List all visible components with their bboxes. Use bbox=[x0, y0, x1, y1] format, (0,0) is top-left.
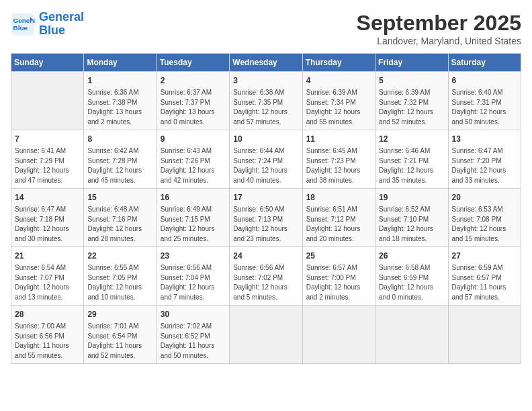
day-number: 25 bbox=[306, 250, 371, 262]
day-number: 27 bbox=[452, 250, 517, 262]
logo-text: GeneralBlue bbox=[39, 11, 84, 38]
calendar-cell bbox=[375, 306, 448, 364]
day-number: 6 bbox=[452, 75, 517, 87]
day-number: 17 bbox=[233, 191, 298, 203]
day-header-wednesday: Wednesday bbox=[230, 54, 302, 72]
cell-details: Sunrise: 6:46 AMSunset: 7:21 PMDaylight:… bbox=[379, 146, 444, 185]
calendar-cell: 8Sunrise: 6:42 AMSunset: 7:28 PMDaylight… bbox=[84, 130, 157, 189]
cell-details: Sunrise: 6:47 AMSunset: 7:18 PMDaylight:… bbox=[15, 205, 80, 244]
day-number: 5 bbox=[379, 75, 444, 87]
cell-details: Sunrise: 6:57 AMSunset: 7:00 PMDaylight:… bbox=[306, 263, 371, 302]
cell-details: Sunrise: 6:41 AMSunset: 7:29 PMDaylight:… bbox=[15, 146, 80, 185]
calendar-cell: 22Sunrise: 6:55 AMSunset: 7:05 PMDayligh… bbox=[84, 247, 157, 306]
calendar-cell: 15Sunrise: 6:48 AMSunset: 7:16 PMDayligh… bbox=[84, 189, 157, 247]
logo-icon: General Blue bbox=[11, 12, 35, 36]
calendar-cell: 26Sunrise: 6:58 AMSunset: 6:59 PMDayligh… bbox=[375, 247, 448, 306]
day-number: 4 bbox=[306, 75, 371, 87]
day-header-friday: Friday bbox=[375, 54, 448, 72]
day-number: 13 bbox=[452, 133, 517, 145]
cell-details: Sunrise: 6:55 AMSunset: 7:05 PMDaylight:… bbox=[87, 263, 152, 302]
day-number: 9 bbox=[161, 133, 226, 145]
day-header-saturday: Saturday bbox=[448, 54, 521, 72]
calendar-cell: 14Sunrise: 6:47 AMSunset: 7:18 PMDayligh… bbox=[11, 189, 84, 247]
calendar-cell: 21Sunrise: 6:54 AMSunset: 7:07 PMDayligh… bbox=[11, 247, 84, 306]
cell-details: Sunrise: 6:56 AMSunset: 7:04 PMDaylight:… bbox=[161, 263, 226, 302]
day-number: 22 bbox=[87, 250, 152, 262]
day-number: 1 bbox=[87, 75, 152, 87]
cell-details: Sunrise: 6:44 AMSunset: 7:24 PMDaylight:… bbox=[233, 146, 298, 185]
svg-text:Blue: Blue bbox=[13, 24, 28, 32]
calendar-cell: 27Sunrise: 6:59 AMSunset: 6:57 PMDayligh… bbox=[448, 247, 521, 306]
calendar-cell: 10Sunrise: 6:44 AMSunset: 7:24 PMDayligh… bbox=[230, 130, 302, 189]
day-number: 15 bbox=[87, 191, 152, 203]
calendar-cell: 6Sunrise: 6:40 AMSunset: 7:31 PMDaylight… bbox=[448, 72, 521, 130]
calendar-cell: 1Sunrise: 6:36 AMSunset: 7:38 PMDaylight… bbox=[84, 72, 157, 130]
calendar-cell bbox=[448, 306, 521, 364]
calendar-week-3: 14Sunrise: 6:47 AMSunset: 7:18 PMDayligh… bbox=[11, 189, 521, 247]
cell-details: Sunrise: 6:54 AMSunset: 7:07 PMDaylight:… bbox=[15, 263, 80, 302]
cell-details: Sunrise: 7:01 AMSunset: 6:54 PMDaylight:… bbox=[87, 322, 152, 361]
cell-details: Sunrise: 6:52 AMSunset: 7:10 PMDaylight:… bbox=[379, 205, 444, 244]
cell-details: Sunrise: 6:48 AMSunset: 7:16 PMDaylight:… bbox=[87, 205, 152, 244]
calendar-cell: 9Sunrise: 6:43 AMSunset: 7:26 PMDaylight… bbox=[157, 130, 229, 189]
day-number: 2 bbox=[161, 75, 226, 87]
page-header: General Blue GeneralBlue September 2025 … bbox=[11, 11, 521, 46]
calendar-cell: 29Sunrise: 7:01 AMSunset: 6:54 PMDayligh… bbox=[84, 306, 157, 364]
cell-details: Sunrise: 6:53 AMSunset: 7:08 PMDaylight:… bbox=[452, 205, 517, 244]
cell-details: Sunrise: 6:47 AMSunset: 7:20 PMDaylight:… bbox=[452, 146, 517, 185]
calendar-table: SundayMondayTuesdayWednesdayThursdayFrid… bbox=[11, 53, 521, 364]
calendar-week-4: 21Sunrise: 6:54 AMSunset: 7:07 PMDayligh… bbox=[11, 247, 521, 306]
day-number: 24 bbox=[233, 250, 298, 262]
day-number: 23 bbox=[161, 250, 226, 262]
day-number: 12 bbox=[379, 133, 444, 145]
day-number: 20 bbox=[452, 191, 517, 203]
cell-details: Sunrise: 7:02 AMSunset: 6:52 PMDaylight:… bbox=[161, 322, 226, 361]
calendar-cell bbox=[11, 72, 84, 130]
cell-details: Sunrise: 6:36 AMSunset: 7:38 PMDaylight:… bbox=[87, 88, 152, 127]
calendar-cell: 25Sunrise: 6:57 AMSunset: 7:00 PMDayligh… bbox=[302, 247, 375, 306]
calendar-header-row: SundayMondayTuesdayWednesdayThursdayFrid… bbox=[11, 54, 521, 72]
day-number: 10 bbox=[233, 133, 298, 145]
cell-details: Sunrise: 6:56 AMSunset: 7:02 PMDaylight:… bbox=[233, 263, 298, 302]
day-header-monday: Monday bbox=[84, 54, 157, 72]
calendar-week-1: 1Sunrise: 6:36 AMSunset: 7:38 PMDaylight… bbox=[11, 72, 521, 130]
calendar-cell: 18Sunrise: 6:51 AMSunset: 7:12 PMDayligh… bbox=[302, 189, 375, 247]
day-number: 8 bbox=[87, 133, 152, 145]
day-number: 30 bbox=[161, 308, 226, 320]
calendar-cell: 4Sunrise: 6:39 AMSunset: 7:34 PMDaylight… bbox=[302, 72, 375, 130]
cell-details: Sunrise: 6:40 AMSunset: 7:31 PMDaylight:… bbox=[452, 88, 517, 127]
calendar-week-2: 7Sunrise: 6:41 AMSunset: 7:29 PMDaylight… bbox=[11, 130, 521, 189]
cell-details: Sunrise: 6:49 AMSunset: 7:15 PMDaylight:… bbox=[161, 205, 226, 244]
cell-details: Sunrise: 6:37 AMSunset: 7:37 PMDaylight:… bbox=[161, 88, 226, 127]
title-area: September 2025 Landover, Maryland, Unite… bbox=[357, 11, 521, 46]
calendar-cell: 20Sunrise: 6:53 AMSunset: 7:08 PMDayligh… bbox=[448, 189, 521, 247]
calendar-cell bbox=[230, 306, 302, 364]
cell-details: Sunrise: 6:50 AMSunset: 7:13 PMDaylight:… bbox=[233, 205, 298, 244]
calendar-cell: 28Sunrise: 7:00 AMSunset: 6:56 PMDayligh… bbox=[11, 306, 84, 364]
calendar-cell: 5Sunrise: 6:39 AMSunset: 7:32 PMDaylight… bbox=[375, 72, 448, 130]
day-number: 11 bbox=[306, 133, 371, 145]
day-number: 7 bbox=[15, 133, 80, 145]
calendar-cell bbox=[302, 306, 375, 364]
logo: General Blue GeneralBlue bbox=[11, 11, 84, 38]
cell-details: Sunrise: 7:00 AMSunset: 6:56 PMDaylight:… bbox=[15, 322, 80, 361]
day-header-sunday: Sunday bbox=[11, 54, 84, 72]
cell-details: Sunrise: 6:51 AMSunset: 7:12 PMDaylight:… bbox=[306, 205, 371, 244]
calendar-cell: 19Sunrise: 6:52 AMSunset: 7:10 PMDayligh… bbox=[375, 189, 448, 247]
calendar-cell: 2Sunrise: 6:37 AMSunset: 7:37 PMDaylight… bbox=[157, 72, 229, 130]
day-number: 18 bbox=[306, 191, 371, 203]
calendar-cell: 13Sunrise: 6:47 AMSunset: 7:20 PMDayligh… bbox=[448, 130, 521, 189]
calendar-cell: 11Sunrise: 6:45 AMSunset: 7:23 PMDayligh… bbox=[302, 130, 375, 189]
calendar-cell: 30Sunrise: 7:02 AMSunset: 6:52 PMDayligh… bbox=[157, 306, 229, 364]
day-number: 3 bbox=[233, 75, 298, 87]
day-number: 14 bbox=[15, 191, 80, 203]
day-number: 16 bbox=[161, 191, 226, 203]
cell-details: Sunrise: 6:59 AMSunset: 6:57 PMDaylight:… bbox=[452, 263, 517, 302]
cell-details: Sunrise: 6:43 AMSunset: 7:26 PMDaylight:… bbox=[161, 146, 226, 185]
cell-details: Sunrise: 6:38 AMSunset: 7:35 PMDaylight:… bbox=[233, 88, 298, 127]
day-number: 26 bbox=[379, 250, 444, 262]
calendar-cell: 23Sunrise: 6:56 AMSunset: 7:04 PMDayligh… bbox=[157, 247, 229, 306]
calendar-cell: 17Sunrise: 6:50 AMSunset: 7:13 PMDayligh… bbox=[230, 189, 302, 247]
day-header-tuesday: Tuesday bbox=[157, 54, 229, 72]
month-title: September 2025 bbox=[357, 11, 521, 36]
